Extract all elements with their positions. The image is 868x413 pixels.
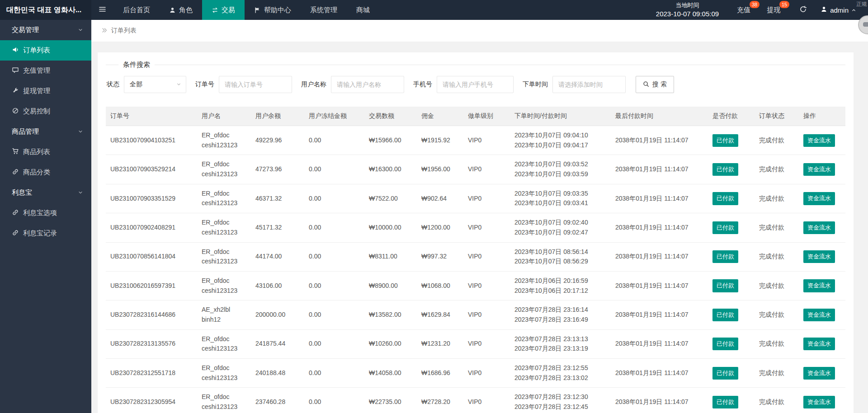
col-header: 做单级别: [463, 107, 510, 126]
sidebar-item-interest-records[interactable]: 利息宝记录: [0, 223, 91, 244]
amount-cell: ₩15966.00: [364, 126, 417, 155]
sidebar-group-goods-management[interactable]: 商品管理: [0, 122, 91, 142]
action-cell: 资金流水: [799, 126, 845, 155]
paid-badge[interactable]: 已付款: [712, 221, 738, 234]
order-no-cell: UB2310070903529214: [106, 155, 197, 184]
commission-cell: ₩1068.00: [417, 271, 463, 300]
order-time-input[interactable]: [552, 76, 626, 93]
balance-cell: 45171.32: [251, 213, 304, 242]
paid-badge[interactable]: 已付款: [712, 309, 738, 321]
user-menu[interactable]: admin: [821, 6, 856, 14]
fund-flow-button[interactable]: 资金流水: [803, 367, 835, 380]
order-time-cell: 2023年10月07日 09:03:522023年10月07日 09:03:59: [510, 155, 611, 184]
sidebar-item-withdraw-management[interactable]: 提现管理: [0, 81, 91, 101]
last-pay-cell: 2038年01月19日 11:14:07: [611, 388, 708, 413]
fund-flow-button[interactable]: 资金流水: [803, 163, 835, 176]
recharge-link[interactable]: 充值 38: [732, 6, 755, 14]
amount-cell: ₩8311.00: [364, 242, 417, 271]
order-no-cell: UB2310062016597391: [106, 271, 197, 300]
sidebar-item-trade-control[interactable]: 交易控制: [0, 101, 91, 122]
person-icon: [821, 6, 827, 14]
paid-badge[interactable]: 已付款: [712, 396, 738, 408]
nav-item-role[interactable]: 角色: [160, 0, 202, 20]
hamburger-icon: [99, 5, 106, 15]
table-row: UB2307282316144686 AE_xh2lblbinh12 20000…: [106, 300, 845, 329]
paid-badge[interactable]: 已付款: [712, 134, 738, 147]
order-list-card: 条件搜索 状态 全部 订单号 用户名称 手机号 下单时间: [98, 52, 854, 413]
username-input[interactable]: [331, 76, 404, 93]
action-cell: 资金流水: [799, 329, 845, 358]
status-cell: 完成付款: [755, 300, 799, 329]
level-cell: VIP0: [463, 242, 510, 271]
link-icon: [12, 168, 19, 177]
sidebar-toggle[interactable]: [91, 0, 113, 20]
refresh-icon: [799, 5, 807, 15]
status-cell: 完成付款: [755, 213, 799, 242]
sidebar-item-goods-category[interactable]: 商品分类: [0, 162, 91, 183]
fund-flow-button[interactable]: 资金流水: [803, 134, 835, 147]
sidebar-item-recharge-management[interactable]: 充值管理: [0, 61, 91, 81]
sidebar-group-trade-management[interactable]: 交易管理: [0, 20, 91, 40]
fund-flow-button[interactable]: 资金流水: [803, 396, 835, 408]
order-no-label: 订单号: [195, 80, 214, 89]
table-row: UB2310070903351529 ER_ofdocceshi123123 4…: [106, 184, 845, 213]
amount-cell: ₩10000.00: [364, 213, 417, 242]
paid-badge[interactable]: 已付款: [712, 279, 738, 292]
group-label: 交易管理: [12, 26, 39, 34]
fund-flow-button[interactable]: 资金流水: [803, 250, 835, 263]
nav-item-mall[interactable]: 商城: [347, 0, 379, 20]
balance-cell: 200000.00: [251, 300, 304, 329]
paid-badge[interactable]: 已付款: [712, 338, 738, 350]
order-no-input[interactable]: [219, 76, 292, 93]
sidebar-item-label: 提现管理: [23, 87, 50, 95]
fund-flow-button[interactable]: 资金流水: [803, 192, 835, 205]
action-cell: 资金流水: [799, 300, 845, 329]
level-cell: VIP0: [463, 388, 510, 413]
status-cell: 完成付款: [755, 155, 799, 184]
search-button-label: 搜 索: [652, 80, 667, 89]
wrench-icon: [12, 87, 19, 95]
status-select-value: 全部: [130, 80, 142, 89]
fund-flow-button[interactable]: 资金流水: [803, 309, 835, 321]
order-time-label: 下单时间: [523, 80, 548, 89]
paid-badge[interactable]: 已付款: [712, 192, 738, 205]
last-pay-cell: 2038年01月19日 11:14:07: [611, 126, 708, 155]
chevron-down-icon: [78, 189, 83, 197]
last-pay-cell: 2038年01月19日 11:14:07: [611, 184, 708, 213]
nav-item-trade[interactable]: 交易: [202, 0, 245, 20]
sidebar-item-order-list[interactable]: 订单列表: [0, 40, 91, 61]
sidebar-item-goods-list[interactable]: 商品列表: [0, 142, 91, 162]
nav-item-label: 商城: [356, 6, 370, 14]
search-fieldset: 条件搜索: [106, 65, 845, 65]
status-select[interactable]: 全部: [124, 76, 186, 93]
username-cell: ER_ofdocceshi123123: [197, 242, 251, 271]
fund-flow-button[interactable]: 资金流水: [803, 221, 835, 234]
fund-flow-button[interactable]: 资金流水: [803, 338, 835, 350]
table-row: UB2307282312551718 ER_ofdocceshi123123 2…: [106, 359, 845, 388]
balance-cell: 237460.28: [251, 388, 304, 413]
amount-cell: ₩14058.00: [364, 359, 417, 388]
username-cell: ER_ofdocceshi123123: [197, 388, 251, 413]
last-pay-cell: 2038年01月19日 11:14:07: [611, 359, 708, 388]
amount-cell: ₩16300.00: [364, 155, 417, 184]
nav-item-home[interactable]: 后台首页: [113, 0, 160, 20]
nav-item-system[interactable]: 系统管理: [301, 0, 347, 20]
order-time-cell: 2023年10月07日 09:04:102023年10月07日 09:04:17: [510, 126, 611, 155]
search-button[interactable]: 搜 索: [636, 76, 674, 93]
paid-cell: 已付款: [708, 213, 755, 242]
nav-item-help[interactable]: 帮助中心: [245, 0, 301, 20]
frozen-cell: 0.00: [304, 126, 364, 155]
refresh-button[interactable]: [792, 5, 814, 15]
sidebar-item-interest-options[interactable]: 利息宝选项: [0, 203, 91, 223]
action-cell: 资金流水: [799, 388, 845, 413]
frozen-cell: 0.00: [304, 213, 364, 242]
paid-badge[interactable]: 已付款: [712, 367, 738, 380]
fund-flow-button[interactable]: 资金流水: [803, 279, 835, 292]
sidebar-group-interest[interactable]: 利息宝: [0, 183, 91, 203]
phone-input[interactable]: [437, 76, 514, 93]
paid-badge[interactable]: 已付款: [712, 250, 738, 263]
paid-badge[interactable]: 已付款: [712, 163, 738, 176]
withdraw-link[interactable]: 提现 15: [762, 6, 785, 14]
commission-cell: ₩1956.00: [417, 155, 463, 184]
commission-cell: ₩1629.84: [417, 300, 463, 329]
